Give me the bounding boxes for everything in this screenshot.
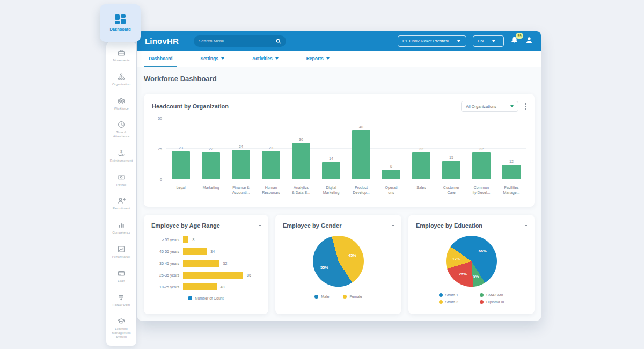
app-window: LinovHR PT Linov Roket Prestasi EN [137,31,541,321]
bar-value-label: 8 [390,164,392,168]
organization-filter-value: All Organizations [466,104,496,109]
age-bar-row: 18-25 years48 [151,283,261,290]
bar-digital-marketing: 14 [316,157,346,179]
search-icon [276,39,281,44]
bar-facilities-management: 12 [496,159,526,179]
kebab-menu-icon[interactable] [392,222,394,229]
headcount-bar-chart: 02550 23222423301440822152212 LegalMarke… [152,118,526,195]
gender-card: Employee by Gender 45%55% MaleFemale [275,215,401,314]
sidebar-item-label: Organization [112,83,130,87]
legend-item-diploma-iii: Diploma III [480,300,504,304]
bar-value-label: 14 [329,157,333,161]
tab-label: Activities [252,56,273,61]
kebab-menu-icon[interactable] [525,222,527,229]
sidebar-item-loan[interactable]: Loan [117,269,126,283]
bar-customer-care: 15 [436,156,466,179]
module-sidebar: MovementsOrganizationWorkforceTime & Att… [106,42,136,346]
x-tick-label: Human Resources [256,185,286,195]
sidebar-item-workforce[interactable]: Workforce [114,97,128,111]
x-axis-labels: LegalMarketingFinance & Accounti...Human… [166,185,526,195]
bar-value-label: 22 [479,147,484,151]
age-bar-row: 25-35 years86 [151,272,261,279]
chevron-down-icon [457,40,460,42]
bar-value-label: 23 [179,146,183,150]
sidebar-item-label: Performance [112,255,130,259]
age-bar-chart: > 55 years845-55 years3435-45 years5225-… [151,236,261,290]
sidebar-item-label: Reimbursement [110,159,133,163]
pie-slice-label: 9% [473,273,479,278]
page-title: Workforce Dashboard [144,75,217,83]
pie-slice-label: 55% [320,265,328,270]
bar-operations: 8 [376,164,406,179]
sidebar-item-performance[interactable]: Performance [112,245,130,259]
career-path-icon [117,293,126,302]
tab-dashboard[interactable]: Dashboard [144,51,177,67]
notification-count-badge: 99 [516,33,523,39]
bar-marketing: 22 [196,147,226,179]
education-card: Employee by Education 66%9%25%17% Strata… [408,215,535,314]
age-bar [183,236,188,243]
education-card-title: Employee by Education [416,222,482,229]
gender-card-title: Employee by Gender [283,222,341,229]
sidebar-item-reimbursement[interactable]: $Reimbursement [110,149,133,163]
search-box[interactable] [194,35,286,47]
bar-human-resources: 23 [256,146,286,179]
sidebar-item-movements[interactable]: Movements [113,48,129,63]
age-bar-value: 86 [247,273,251,277]
notifications-button[interactable]: 99 [510,36,518,47]
user-avatar-button[interactable] [525,36,533,47]
logo-text-hr: HR [167,37,179,46]
legend-dot [480,293,484,297]
sidebar-item-recruitment[interactable]: Recruitment [113,197,130,211]
sidebar-item-label: Recruitment [113,207,130,211]
age-bar-value: 34 [210,250,215,253]
legend-dot [314,295,318,299]
legend-label: Number of Count [195,296,223,300]
sidebar-item-payroll[interactable]: Payroll [116,173,126,187]
kebab-menu-icon[interactable] [259,222,261,229]
x-tick-label: Facilities Manage... [496,185,526,195]
bar-analytics-data-science: 30 [286,137,316,179]
company-selector-value: PT Linov Roket Prestasi [402,39,449,43]
card-icon [117,269,126,278]
kebab-menu-icon[interactable] [525,103,526,110]
pie-slice-label: 17% [452,257,460,261]
bar-legal: 23 [166,146,196,179]
tab-settings[interactable]: Settings [195,51,229,67]
company-selector[interactable]: PT Linov Roket Prestasi [398,35,466,47]
age-category-label: > 55 years [151,238,179,242]
sidebar-item-organization[interactable]: Organization [112,72,130,87]
sidebar-item-competency[interactable]: Competency [112,221,130,235]
tab-activities[interactable]: Activities [247,51,283,67]
user-icon [525,36,533,45]
bar-product-development: 40 [346,125,376,179]
education-pie-chart: 66%9%25%17% [446,236,497,287]
age-card-title: Employee by Age Range [151,222,220,229]
desktop-canvas: Dashboard MovementsOrganizationWorkforce… [0,0,644,349]
x-tick-label: Analytics & Data S... [286,185,316,195]
sidebar-item-time-attendance[interactable]: Time & Attendance [113,120,129,139]
age-category-label: 45-55 years [151,250,179,253]
organization-filter-dropdown[interactable]: All Organizations [461,101,518,112]
sidebar-item-career-path[interactable]: Career Path [113,293,130,308]
sidebar-item-learning-management-system[interactable]: Learning Management System [112,317,130,339]
dashboard-tile-label: Dashboard [109,27,130,32]
sidebar-item-dashboard[interactable]: Dashboard [100,4,141,42]
age-chart-legend: Number of Count [151,296,261,300]
language-selector[interactable]: EN [473,35,504,47]
legend-dot [480,300,484,304]
age-bar-row: > 55 years8 [151,236,261,243]
search-input[interactable] [199,39,276,43]
bar-value-label: 12 [509,159,514,163]
age-bar-row: 35-45 years52 [151,260,261,267]
bar-value-label: 30 [299,137,303,141]
legend-label: Diploma III [486,300,504,304]
legend-item-sma-smk: SMA/SMK [480,293,504,297]
sidebar-item-label: Competency [112,231,130,235]
clock-icon [117,120,126,129]
age-bar [183,248,207,255]
age-category-label: 25-35 years [151,273,179,277]
pie-slice-label: 25% [459,272,467,277]
x-tick-label: Finance & Accounti... [226,185,256,195]
tab-reports[interactable]: Reports [302,51,334,67]
